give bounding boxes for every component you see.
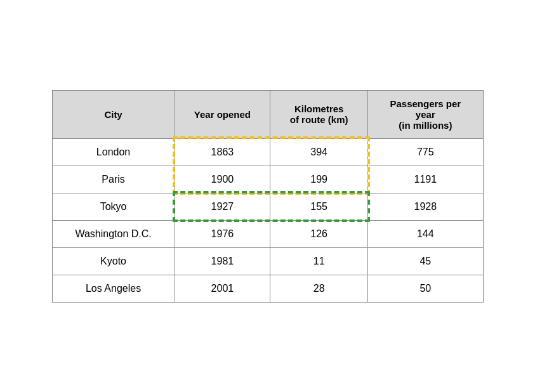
header-year: Year opened xyxy=(175,90,270,138)
cell-year: 1927 xyxy=(175,193,270,220)
cell-passengers: 45 xyxy=(368,247,483,275)
cell-year: 2001 xyxy=(175,275,270,302)
cell-passengers: 50 xyxy=(368,275,483,302)
cell-city: Kyoto xyxy=(52,247,175,275)
data-table: City Year opened Kilometresof route (km)… xyxy=(52,90,484,303)
cell-km: 199 xyxy=(270,166,368,193)
table-wrapper: City Year opened Kilometresof route (km)… xyxy=(52,90,484,303)
header-row: City Year opened Kilometresof route (km)… xyxy=(52,90,483,138)
cell-passengers: 1928 xyxy=(368,193,483,220)
table-row: Kyoto19811145 xyxy=(52,247,483,275)
cell-city: Tokyo xyxy=(52,193,175,220)
cell-year: 1863 xyxy=(175,138,270,166)
cell-km: 394 xyxy=(270,138,368,166)
cell-km: 126 xyxy=(270,220,368,247)
table-row: Washington D.C.1976126144 xyxy=(52,220,483,247)
cell-city: London xyxy=(52,138,175,166)
cell-km: 28 xyxy=(270,275,368,302)
cell-city: Los Angeles xyxy=(52,275,175,302)
header-km: Kilometresof route (km) xyxy=(270,90,368,138)
header-passengers: Passengers peryear(in millions) xyxy=(368,90,483,138)
cell-city: Washington D.C. xyxy=(52,220,175,247)
cell-passengers: 775 xyxy=(368,138,483,166)
cell-year: 1981 xyxy=(175,247,270,275)
header-city: City xyxy=(52,90,175,138)
table-row: Paris19001991191 xyxy=(52,166,483,193)
cell-year: 1900 xyxy=(175,166,270,193)
cell-km: 11 xyxy=(270,247,368,275)
cell-passengers: 144 xyxy=(368,220,483,247)
cell-passengers: 1191 xyxy=(368,166,483,193)
table-row: Tokyo19271551928 xyxy=(52,193,483,220)
cell-city: Paris xyxy=(52,166,175,193)
cell-year: 1976 xyxy=(175,220,270,247)
table-row: London1863394775 xyxy=(52,138,483,166)
cell-km: 155 xyxy=(270,193,368,220)
table-row: Los Angeles20012850 xyxy=(52,275,483,302)
